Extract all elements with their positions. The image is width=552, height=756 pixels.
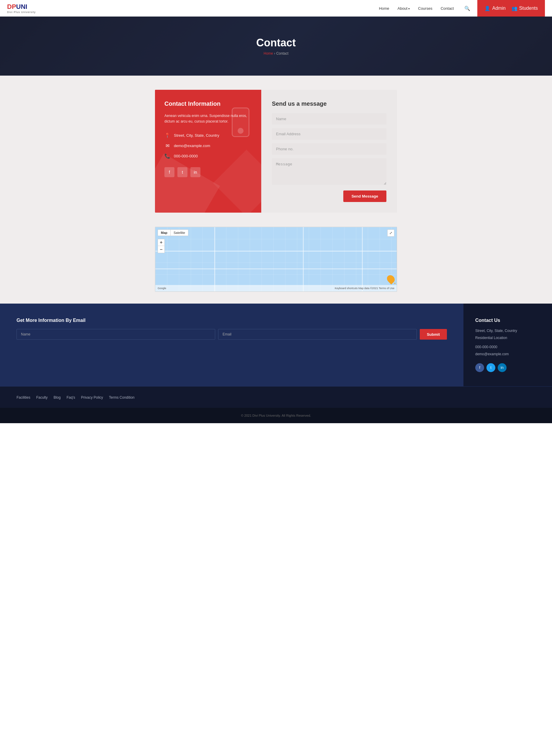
footer-link-blog[interactable]: Blog <box>53 395 60 400</box>
map-attribution: Keyboard shortcuts Map data ©2021 Terms … <box>335 287 394 290</box>
map-road <box>155 268 397 269</box>
main-section: Contact Information Aenean vehicula enim… <box>0 76 552 227</box>
map-tab-map[interactable]: Map <box>158 230 171 236</box>
footer-contact-section: Contact Us Street, City, State, Country … <box>463 303 552 386</box>
logo-sub: Divi Plus University <box>7 11 36 14</box>
contact-info-desc: Aenean vehicula enim urna. Suspendisse n… <box>164 113 252 124</box>
map-expand-button[interactable]: ⤢ <box>387 230 394 237</box>
footer-contact-email: demo@example.com <box>475 351 540 357</box>
search-icon[interactable]: 🔍 <box>464 6 470 11</box>
breadcrumb-home[interactable]: Home <box>264 51 273 55</box>
contact-grid: Contact Information Aenean vehicula enim… <box>155 90 397 213</box>
hero-section: Contact Home › Contact <box>0 16 552 76</box>
footer-link-facilities[interactable]: Facilities <box>16 395 30 400</box>
footer-link-terms[interactable]: Terms Condition <box>109 395 135 400</box>
nav-courses[interactable]: Courses <box>418 6 432 11</box>
name-input[interactable] <box>272 113 386 125</box>
logo[interactable]: DPUNI Divi Plus University <box>7 3 36 14</box>
footer-socials: f t in <box>475 363 540 372</box>
footer-link-faq[interactable]: Faq's <box>66 395 75 400</box>
facebook-icon[interactable]: f <box>164 167 174 177</box>
footer-top: Get More Information By Email Submit Con… <box>0 303 552 386</box>
contact-email: ✉ demo@example.com <box>164 143 252 148</box>
contact-phone: 📞 000-000-0000 <box>164 153 252 159</box>
footer-email-form: Submit <box>16 329 447 340</box>
map-tabs: Map Satellite <box>158 230 188 236</box>
contact-socials: f t in <box>164 167 252 177</box>
breadcrumb-separator: › <box>274 51 276 55</box>
footer-submit-button[interactable]: Submit <box>420 329 447 340</box>
nav-students[interactable]: 👥 Students <box>512 6 538 11</box>
linkedin-icon[interactable]: in <box>190 167 200 177</box>
footer-email-section: Get More Information By Email Submit <box>0 303 463 386</box>
phone-input[interactable] <box>272 143 386 155</box>
footer-link-faculty[interactable]: Faculty <box>36 395 48 400</box>
send-message-button[interactable]: Send Message <box>343 191 386 202</box>
contact-form-title: Send us a message <box>272 100 386 107</box>
footer-contact-phone: 000-000-0000 <box>475 344 540 350</box>
logo-dp: DP <box>7 3 16 10</box>
navbar: DPUNI Divi Plus University Home About Co… <box>0 0 552 16</box>
map-bg-lines <box>155 227 397 291</box>
page-title: Contact <box>256 37 296 49</box>
footer-contact-address2: Residential Location <box>475 335 540 341</box>
address-text: Street, City, State, Country <box>174 133 219 138</box>
phone-text: 000-000-0000 <box>174 154 198 158</box>
nav-about[interactable]: About <box>397 6 410 11</box>
breadcrumb: Home › Contact <box>256 51 296 55</box>
email-icon: ✉ <box>164 143 170 148</box>
students-icon: 👥 <box>512 6 518 11</box>
map-google-label: Google <box>158 287 166 290</box>
footer-name-input[interactable] <box>16 329 215 340</box>
footer-copyright: © 2021 Divi Plus University. All Rights … <box>0 408 552 423</box>
nav-links: Home About Courses Contact 🔍 <box>379 6 470 11</box>
map-container: Map Satellite + − ⤢ Google Keyboard shor… <box>155 227 397 292</box>
map-road <box>362 227 363 291</box>
map-road <box>155 251 397 252</box>
map-road <box>214 227 215 291</box>
logo-uni: UNI <box>16 3 27 10</box>
map-zoom-out[interactable]: − <box>158 246 165 253</box>
contact-info-card: Contact Information Aenean vehicula enim… <box>155 90 261 213</box>
phone-icon: 📞 <box>164 153 170 159</box>
contact-info-title: Contact Information <box>164 100 252 107</box>
breadcrumb-current: Contact <box>276 51 288 55</box>
nav-contact[interactable]: Contact <box>441 6 454 11</box>
nav-home[interactable]: Home <box>379 6 389 11</box>
contact-form-card: Send us a message Send Message <box>261 90 397 213</box>
map-zoom-controls: + − <box>158 239 165 253</box>
location-icon: 📍 <box>164 133 170 138</box>
nav-auth: 👤 Admin 👥 Students <box>477 0 545 16</box>
map-tab-satellite[interactable]: Satellite <box>171 230 188 236</box>
message-input[interactable] <box>272 158 386 185</box>
footer-email-title: Get More Information By Email <box>16 318 447 323</box>
twitter-icon[interactable]: t <box>177 167 187 177</box>
footer-contact-title: Contact Us <box>475 318 540 323</box>
map-section: Map Satellite + − ⤢ Google Keyboard shor… <box>0 227 552 303</box>
footer-contact-address1: Street, City, State, Country <box>475 328 540 334</box>
map-road <box>303 227 304 291</box>
footer-link-privacy[interactable]: Privacy Policy <box>81 395 103 400</box>
footer-facebook-icon[interactable]: f <box>475 363 484 372</box>
admin-icon: 👤 <box>485 6 490 11</box>
map-zoom-in[interactable]: + <box>158 239 165 246</box>
footer-links: Facilities Faculty Blog Faq's Privacy Po… <box>16 395 135 400</box>
footer-twitter-icon[interactable]: t <box>487 363 495 372</box>
nav-admin[interactable]: 👤 Admin <box>485 6 505 11</box>
footer-linkedin-icon[interactable]: in <box>498 363 507 372</box>
contact-address: 📍 Street, City, State, Country <box>164 133 252 138</box>
email-input[interactable] <box>272 128 386 140</box>
hero-content: Contact Home › Contact <box>256 37 296 55</box>
email-text: demo@example.com <box>174 143 210 148</box>
map-footer: Google Keyboard shortcuts Map data ©2021… <box>155 285 397 291</box>
footer-bottom: Facilities Faculty Blog Faq's Privacy Po… <box>0 386 552 408</box>
footer-email-input[interactable] <box>218 329 417 340</box>
